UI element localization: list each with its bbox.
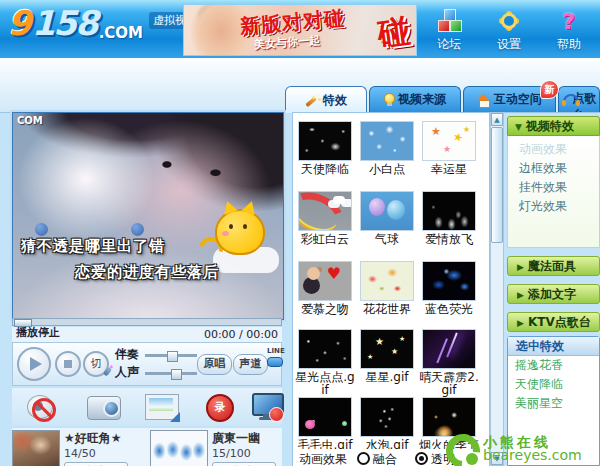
cat-pendant-overlay (199, 197, 279, 273)
player-status-bar: 播放停止 00:00 / 00:00 (12, 327, 282, 343)
tab-effects[interactable]: 特效 (285, 86, 367, 113)
effect-thumbnail[interactable] (360, 397, 414, 437)
sidebar-item-border-effects[interactable]: 边框效果 (508, 159, 599, 178)
effect-item[interactable]: 爱情放飞 (419, 191, 479, 246)
star-icon: ★ (399, 334, 405, 345)
help-label: 帮助 (546, 36, 592, 53)
original-vocal-button[interactable]: 原唱 (197, 354, 232, 375)
room-avatar[interactable] (150, 430, 208, 466)
magic-wand-icon (305, 94, 319, 107)
enter-room-button[interactable]: 进入房间 (64, 462, 128, 466)
effect-item[interactable]: 天使降临 (295, 121, 355, 176)
tab-video-source[interactable]: 视频来源 (369, 86, 461, 112)
room-avatar[interactable] (12, 430, 60, 466)
slider-handle[interactable] (167, 351, 178, 362)
ad-banner[interactable]: 新版对对碰 美女与你一起 碰 (183, 4, 417, 56)
record-button[interactable]: 录 (204, 390, 234, 422)
radio-icon[interactable] (357, 452, 370, 465)
photo-album-button[interactable] (144, 390, 180, 422)
effect-item[interactable]: 星光点点.gif (295, 329, 355, 397)
app-header: 9158 .COM 虚拟视频 2.4 新版对对碰 美女与你一起 碰 论坛 设置 … (0, 0, 600, 59)
effect-item[interactable]: 毛毛虫.gif (295, 397, 355, 452)
vocal-slider[interactable] (145, 372, 197, 375)
effect-thumbnail[interactable] (422, 191, 476, 231)
room-list: ★好旺角★ 14/50 进入房间 廣東一幽 15/100 进入房间 (12, 428, 282, 466)
accompaniment-slider[interactable] (145, 354, 197, 357)
effect-item[interactable]: ★★★★星星.gif (357, 329, 417, 384)
tab-interactive-space[interactable]: 互动空间 新 (463, 86, 556, 112)
effect-thumbnail[interactable] (422, 329, 476, 369)
slider-handle[interactable] (171, 369, 182, 380)
line-in-toggle[interactable]: LINE (267, 347, 281, 367)
effect-item[interactable]: 花花世界 (357, 261, 417, 316)
sidebar-item-pendant-effects[interactable]: 挂件效果 (508, 178, 599, 197)
corner-arrow-icon (170, 412, 180, 422)
ktv-section-header[interactable]: ▶KTV点歌台 (507, 312, 600, 332)
red-badge-icon (269, 407, 284, 422)
effects-category-list: 动画效果 边框效果 挂件效果 灯光效果 (507, 136, 600, 248)
settings-button[interactable]: 设置 (486, 8, 532, 53)
effect-item[interactable]: 彩虹白云 (295, 191, 355, 246)
karaoke-lyric-line2: 恋爱的进度有些落后 (75, 263, 219, 282)
disable-camera-button[interactable] (24, 390, 56, 422)
line-switch[interactable] (267, 357, 283, 367)
effects-scrollbar[interactable]: ▲ ▼ (490, 112, 504, 466)
effect-item[interactable]: 小白点 (357, 121, 417, 176)
effect-item[interactable]: 气球 (357, 191, 417, 246)
add-text-section-header[interactable]: ▶添加文字 (507, 284, 600, 304)
effect-thumbnail[interactable] (422, 397, 476, 437)
effect-thumbnail[interactable] (298, 121, 352, 161)
scroll-up-arrow[interactable]: ▲ (491, 113, 503, 126)
effect-thumbnail[interactable] (422, 261, 476, 301)
seek-bar[interactable] (12, 318, 282, 326)
effect-item[interactable]: ★★★★幸运星 (419, 121, 479, 176)
radio-icon-selected[interactable] (415, 452, 428, 465)
effect-thumbnail[interactable] (298, 397, 352, 437)
effect-label: 星星.gif (357, 371, 417, 384)
animation-mode-label: 动画效果 (299, 451, 347, 466)
selected-effect-item[interactable]: 美丽星空 (508, 394, 599, 413)
help-button[interactable]: ? 帮助 (546, 8, 592, 53)
blend-radio[interactable]: 融合 (357, 451, 397, 466)
desktop-share-button[interactable] (250, 390, 284, 424)
star-icon: ★ (375, 336, 384, 347)
tab-ktv[interactable]: KTV点歌台 (558, 86, 600, 112)
effect-thumbnail[interactable] (298, 191, 352, 231)
effect-dot (35, 223, 48, 236)
room-user-count: 14/50 (64, 447, 96, 460)
effect-thumbnail[interactable] (360, 261, 414, 301)
effect-thumbnail[interactable]: ★★★★ (360, 329, 414, 369)
beareyes-logo-icon (444, 433, 480, 465)
ktv-label: KTV点歌台 (528, 315, 591, 329)
play-button[interactable] (17, 347, 51, 381)
effect-thumbnail[interactable] (360, 191, 414, 231)
snapshot-button[interactable] (86, 390, 120, 422)
audio-channel-button[interactable]: 声道 (233, 354, 268, 375)
selected-effect-item[interactable]: 摇逸花香 (508, 356, 599, 375)
question-mark-icon: ? (563, 9, 576, 34)
headphones-icon (563, 94, 569, 106)
effect-thumbnail[interactable]: ♥ (298, 261, 352, 301)
effect-label: 幸运星 (419, 163, 479, 176)
video-effects-section-header[interactable]: ▼视频特效 (507, 116, 600, 136)
scrollbar-thumb[interactable] (491, 127, 503, 243)
sidebar-item-light-effects[interactable]: 灯光效果 (508, 197, 599, 216)
effect-item[interactable]: ♥爱慕之吻 (295, 261, 355, 316)
tab-video-source-label: 视频来源 (398, 91, 446, 108)
effect-item[interactable]: 蓝色荧光 (419, 261, 479, 316)
star-icon: ★ (443, 144, 451, 155)
right-sidebar: ▼视频特效 动画效果 边框效果 挂件效果 灯光效果 ▶魔法面具 ▶添加文字 ▶K… (507, 116, 600, 466)
sidebar-item-animation-effects[interactable]: 动画效果 (508, 140, 599, 159)
effect-thumbnail[interactable]: ★★★★ (422, 121, 476, 161)
effect-thumbnail[interactable] (360, 121, 414, 161)
magic-mask-section-header[interactable]: ▶魔法面具 (507, 256, 600, 276)
webcam-video[interactable]: COM 猜不透是哪里出了错 恋爱的进度有些落后 (13, 113, 283, 319)
effect-thumbnail[interactable] (298, 329, 352, 369)
enter-room-button[interactable]: 进入房间 (212, 462, 276, 466)
effect-item[interactable]: 水泡.gif (357, 397, 417, 452)
effect-item[interactable]: 晴天霹雳2.gif (419, 329, 479, 397)
selected-effect-item[interactable]: 天使降临 (508, 375, 599, 394)
selected-effects-title: 选中特效 (508, 337, 599, 356)
stop-button[interactable] (55, 351, 81, 377)
forum-button[interactable]: 论坛 (426, 8, 472, 53)
